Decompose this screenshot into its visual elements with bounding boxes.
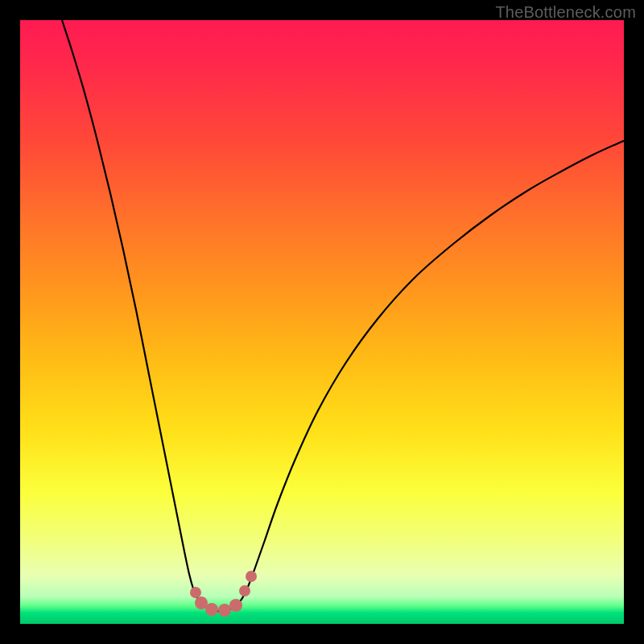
curve-right-branch [237, 141, 624, 605]
valley-marker [190, 587, 201, 598]
bottleneck-curve-plot [20, 20, 624, 624]
valley-marker [229, 599, 242, 612]
valley-marker [205, 603, 218, 616]
valley-marker [239, 585, 250, 597]
curve-left-branch [62, 20, 202, 605]
valley-marker [246, 571, 257, 582]
chart-area [20, 20, 624, 624]
valley-marker [218, 604, 231, 617]
watermark-text: TheBottleneck.com [495, 3, 636, 22]
valley-markers [190, 571, 257, 617]
